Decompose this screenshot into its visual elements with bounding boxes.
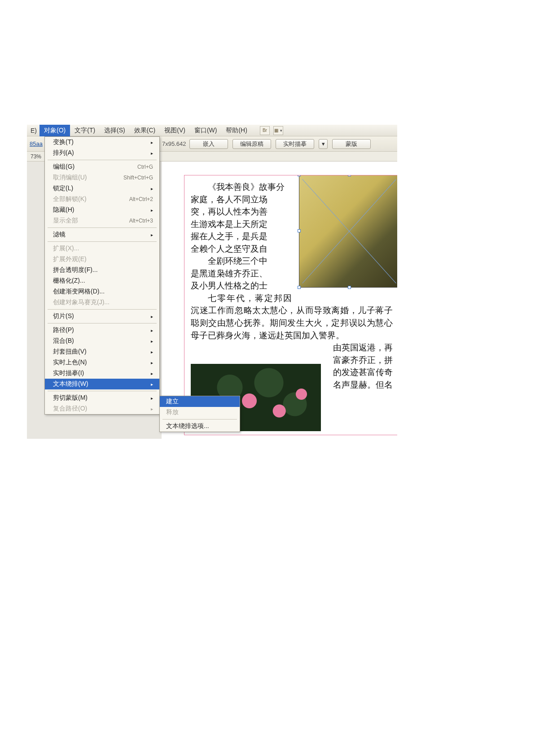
menu-hide[interactable]: 隐藏(H)▸	[45, 205, 159, 215]
embed-button[interactable]: 嵌入	[189, 139, 228, 149]
menu-path[interactable]: 路径(P)▸	[45, 325, 159, 336]
menu-lock[interactable]: 锁定(L)▸	[45, 183, 159, 194]
menu-separator	[48, 309, 157, 310]
menu-group[interactable]: 编组(G)Ctrl+G	[45, 162, 159, 172]
placed-image-selected[interactable]	[299, 175, 397, 288]
bridge-icon[interactable]: Br	[260, 126, 270, 135]
submenu-make[interactable]: 建立	[160, 396, 240, 407]
menu-type[interactable]: 文字(T)	[70, 125, 100, 136]
menu-rasterize[interactable]: 栅格化(Z)...	[45, 275, 159, 286]
menu-create-gradient-mesh[interactable]: 创建渐变网格(D)...	[45, 286, 159, 297]
selection-handle[interactable]	[348, 175, 351, 176]
submenu-separator	[162, 419, 237, 420]
menu-separator	[48, 391, 157, 391]
dimensions-readout: 7x95.642	[162, 140, 186, 147]
menu-blend[interactable]: 混合(B)▸	[45, 336, 159, 346]
menu-separator	[48, 227, 157, 228]
selection-handle[interactable]	[298, 286, 301, 289]
menu-separator	[48, 160, 157, 160]
menu-select[interactable]: 选择(S)	[100, 125, 130, 136]
zoom-level: 73%	[31, 153, 41, 160]
menu-object[interactable]: 对象(O)	[39, 125, 70, 136]
menu-create-object-mosaic: 创建对象马赛克(J)...	[45, 297, 159, 308]
selection-handle[interactable]	[298, 229, 301, 232]
layout-switcher-icon[interactable]: ▦	[273, 126, 283, 135]
menu-unlock-all: 全部解锁(K)Alt+Ctrl+2	[45, 194, 159, 205]
menu-filter[interactable]: 滤镜▸	[45, 229, 159, 240]
live-trace-button[interactable]: 实时描摹	[276, 139, 314, 149]
menu-transform[interactable]: 变换(T)▸	[45, 137, 159, 148]
menu-effect[interactable]: 效果(C)	[130, 125, 160, 136]
menu-compound-path: 复合路径(O)▸	[45, 403, 159, 414]
menu-expand: 扩展(X)...	[45, 243, 159, 254]
menu-flatten-transparency[interactable]: 拼合透明度(F)...	[45, 265, 159, 275]
menu-expand-appearance: 扩展外观(E)	[45, 254, 159, 265]
body-text: 七零年代，蒋定邦因沉迷工作而忽略太太慧心，从而导致离婚，儿子蒋子聪则交由慧心抚养…	[191, 292, 393, 341]
selection-handle[interactable]	[298, 175, 301, 176]
menu-ungroup: 取消编组(U)Shift+Ctrl+G	[45, 172, 159, 183]
menu-window[interactable]: 窗口(W)	[190, 125, 222, 136]
selection-handle[interactable]	[348, 286, 351, 289]
submenu-text-wrap-options[interactable]: 文本绕排选项...	[160, 421, 240, 432]
menu-text-wrap[interactable]: 文本绕排(W)▸	[45, 379, 159, 389]
submenu-release: 释放	[160, 407, 240, 418]
menu-live-paint[interactable]: 实时上色(N)▸	[45, 357, 159, 368]
menu-arrange[interactable]: 排列(A)▸	[45, 148, 159, 158]
menu-separator	[48, 323, 157, 323]
menu-view[interactable]: 视图(V)	[160, 125, 190, 136]
menu-live-trace[interactable]: 实时描摹(I)▸	[45, 368, 159, 379]
menu-show-all: 显示全部Alt+Ctrl+3	[45, 215, 159, 226]
text-wrap-submenu: 建立 释放 文本绕排选项...	[159, 396, 240, 432]
menu-slice[interactable]: 切片(S)▸	[45, 311, 159, 322]
menu-help[interactable]: 帮助(H)	[221, 125, 251, 136]
menu-envelope-distort[interactable]: 封套扭曲(V)▸	[45, 346, 159, 357]
menubar: E) 对象(O) 文字(T) 选择(S) 效果(C) 视图(V) 窗口(W) 帮…	[27, 125, 397, 136]
object-menu-dropdown: 变换(T)▸ 排列(A)▸ 编组(G)Ctrl+G 取消编组(U)Shift+C…	[44, 136, 160, 415]
document-tab[interactable]: 85aa	[27, 140, 45, 147]
menu-separator	[48, 241, 157, 242]
live-trace-dropdown-button[interactable]: ▾	[319, 139, 328, 149]
app-window: E) 对象(O) 文字(T) 选择(S) 效果(C) 视图(V) 窗口(W) 帮…	[27, 125, 397, 439]
menu-fragment: E)	[29, 125, 39, 136]
edit-original-button[interactable]: 编辑原稿	[232, 139, 271, 149]
menu-clipping-mask[interactable]: 剪切蒙版(M)▸	[45, 393, 159, 403]
mask-button[interactable]: 蒙版	[332, 139, 371, 149]
